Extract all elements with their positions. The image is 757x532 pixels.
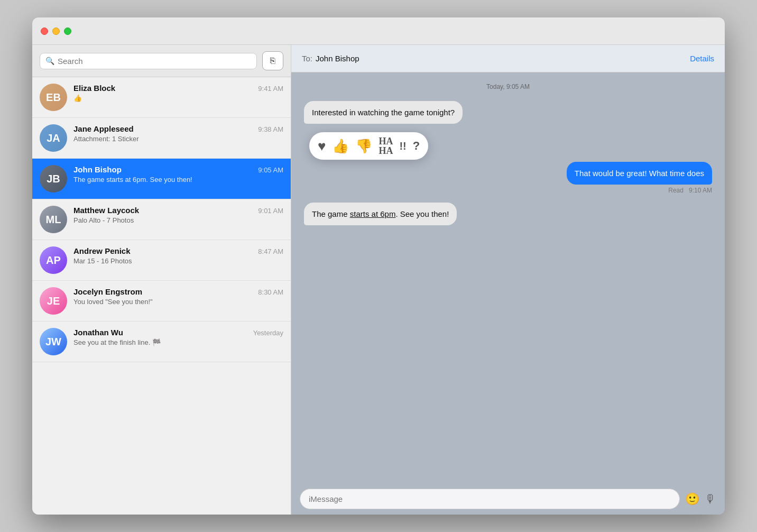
conv-name-jonathan-wu: Jonathan Wu	[73, 328, 123, 337]
underlined-text: starts at 6pm	[350, 209, 396, 218]
app-window: 🔍 ⎘ EBEliza Block9:41 AM👍JAJane Applesee…	[32, 17, 725, 515]
tapback-popup: ♥ 👍 👎 HAHA !! ?	[309, 132, 428, 160]
chat-panel: To: John Bishop Details Today, 9:05 AM I…	[291, 45, 725, 515]
emoji-icon[interactable]: 🙂	[685, 492, 699, 506]
conversation-item-jane-appleseed[interactable]: JAJane Appleseed9:38 AMAttachment: 1 Sti…	[32, 118, 291, 159]
conv-content-matthew-laycock: Matthew Laycock9:01 AMPalo Alto - 7 Phot…	[73, 206, 283, 224]
conv-preview-eliza-block: 👍	[73, 94, 283, 102]
conv-time-john-bishop: 9:05 AM	[258, 166, 283, 174]
conv-name-jane-appleseed: Jane Appleseed	[73, 124, 134, 133]
tapback-thumbsdown-icon[interactable]: 👎	[355, 138, 372, 154]
conv-preview-matthew-laycock: Palo Alto - 7 Photos	[73, 216, 283, 224]
message-row: ♥ 👍 👎 HAHA !! ? That would be great! Wha…	[304, 132, 712, 194]
conv-name-jocelyn-engstrom: Jocelyn Engstrom	[73, 287, 142, 296]
search-input[interactable]	[58, 57, 251, 66]
recipient-name: John Bishop	[316, 54, 359, 63]
main-content: 🔍 ⎘ EBEliza Block9:41 AM👍JAJane Applesee…	[32, 45, 725, 515]
microphone-icon[interactable]: 🎙	[705, 492, 716, 506]
message-input[interactable]	[300, 489, 680, 509]
sidebar: 🔍 ⎘ EBEliza Block9:41 AM👍JAJane Applesee…	[32, 45, 291, 515]
conv-preview-jonathan-wu: See you at the finish line. 🏁	[73, 338, 283, 346]
chat-recipient: To: John Bishop	[302, 54, 359, 63]
conv-preview-jocelyn-engstrom: You loved "See you then!"	[73, 298, 283, 306]
conv-content-jocelyn-engstrom: Jocelyn Engstrom8:30 AMYou loved "See yo…	[73, 287, 283, 306]
compose-icon: ⎘	[270, 56, 275, 66]
compose-button[interactable]: ⎘	[262, 51, 283, 70]
conversation-item-eliza-block[interactable]: EBEliza Block9:41 AM👍	[32, 77, 291, 118]
conv-content-eliza-block: Eliza Block9:41 AM👍	[73, 84, 283, 102]
conversation-item-john-bishop[interactable]: JBJohn Bishop9:05 AMThe game starts at 6…	[32, 159, 291, 199]
conversation-item-andrew-penick[interactable]: APAndrew Penick8:47 AMMar 15 - 16 Photos	[32, 240, 291, 281]
conv-content-jonathan-wu: Jonathan WuYesterdaySee you at the finis…	[73, 328, 283, 346]
message-read-receipt: Read 9:10 AM	[668, 187, 712, 194]
avatar-andrew-penick: AP	[40, 246, 67, 274]
minimize-button[interactable]	[52, 27, 60, 35]
recipient-label: To:	[302, 54, 312, 63]
message-bubble-3: The game starts at 6pm. See you then!	[304, 203, 457, 225]
conv-preview-john-bishop: The game starts at 6pm. See you then!	[73, 176, 283, 184]
conv-time-eliza-block: 9:41 AM	[258, 85, 283, 93]
chat-messages: Today, 9:05 AM Interested in watching th…	[291, 72, 725, 483]
conv-content-john-bishop: John Bishop9:05 AMThe game starts at 6pm…	[73, 165, 283, 184]
message-bubble-1: Interested in watching the game tonight?	[304, 101, 463, 124]
message-row: Interested in watching the game tonight?	[304, 101, 712, 124]
tapback-haha-icon[interactable]: HAHA	[378, 136, 393, 155]
tapback-thumbsup-icon[interactable]: 👍	[332, 138, 349, 154]
avatar-eliza-block: EB	[40, 84, 67, 111]
title-bar	[32, 17, 725, 45]
timestamp-divider: Today, 9:05 AM	[304, 83, 712, 90]
conversation-item-jonathan-wu[interactable]: JWJonathan WuYesterdaySee you at the fin…	[32, 322, 291, 362]
message-bubble-2: That would be great! What time does	[567, 162, 712, 185]
conv-time-jonathan-wu: Yesterday	[253, 329, 283, 337]
conv-time-jocelyn-engstrom: 8:30 AM	[258, 288, 283, 296]
chat-input-area: 🙂 🎙	[291, 483, 725, 515]
conv-time-jane-appleseed: 9:38 AM	[258, 125, 283, 133]
details-button[interactable]: Details	[690, 54, 714, 63]
conv-name-matthew-laycock: Matthew Laycock	[73, 206, 139, 215]
conv-preview-andrew-penick: Mar 15 - 16 Photos	[73, 257, 283, 265]
conv-name-john-bishop: John Bishop	[73, 165, 122, 174]
tapback-exclaim-icon[interactable]: !!	[399, 140, 406, 152]
conv-content-andrew-penick: Andrew Penick8:47 AMMar 15 - 16 Photos	[73, 246, 283, 265]
conv-content-jane-appleseed: Jane Appleseed9:38 AMAttachment: 1 Stick…	[73, 124, 283, 143]
sidebar-header: 🔍 ⎘	[32, 45, 291, 77]
avatar-jonathan-wu: JW	[40, 328, 67, 355]
message-row: The game starts at 6pm. See you then!	[304, 203, 712, 225]
conversation-list: EBEliza Block9:41 AM👍JAJane Appleseed9:3…	[32, 77, 291, 515]
avatar-jane-appleseed: JA	[40, 124, 67, 152]
chat-header: To: John Bishop Details	[291, 45, 725, 72]
conversation-item-jocelyn-engstrom[interactable]: JEJocelyn Engstrom8:30 AMYou loved "See …	[32, 281, 291, 322]
search-bar[interactable]: 🔍	[40, 53, 257, 69]
avatar-john-bishop: JB	[40, 165, 67, 192]
traffic-lights	[41, 27, 71, 35]
conv-name-andrew-penick: Andrew Penick	[73, 246, 131, 255]
maximize-button[interactable]	[64, 27, 71, 35]
conv-time-matthew-laycock: 9:01 AM	[258, 207, 283, 215]
tapback-question-icon[interactable]: ?	[413, 139, 420, 153]
conv-name-eliza-block: Eliza Block	[73, 84, 115, 93]
conv-preview-jane-appleseed: Attachment: 1 Sticker	[73, 135, 283, 143]
conversation-item-matthew-laycock[interactable]: MLMatthew Laycock9:01 AMPalo Alto - 7 Ph…	[32, 199, 291, 240]
conv-time-andrew-penick: 8:47 AM	[258, 247, 283, 255]
tapback-heart-icon[interactable]: ♥	[318, 138, 326, 154]
search-icon: 🔍	[45, 57, 54, 65]
avatar-matthew-laycock: ML	[40, 206, 67, 233]
avatar-jocelyn-engstrom: JE	[40, 287, 67, 315]
close-button[interactable]	[41, 27, 48, 35]
